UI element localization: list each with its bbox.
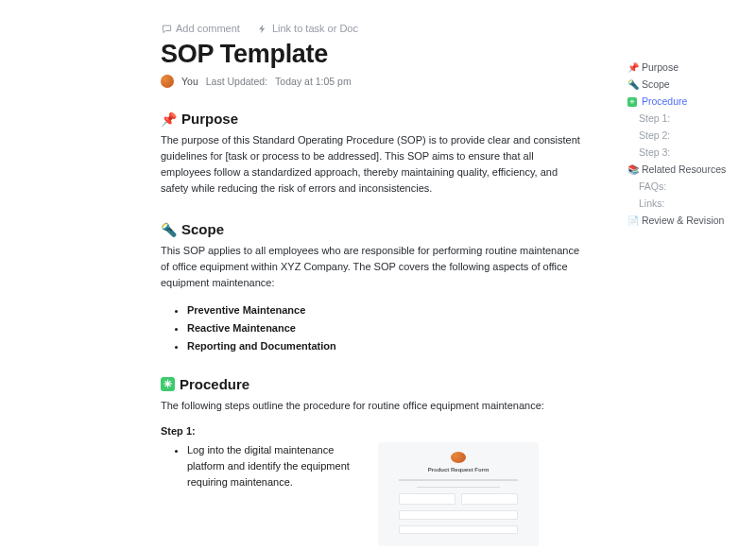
list-item: Reactive Maintenance: [187, 322, 586, 334]
outline-label: Review & Revision: [642, 215, 725, 226]
outline-label: Step 1:: [639, 112, 670, 124]
outline-item-links[interactable]: Links:: [624, 195, 737, 212]
pushpin-icon: 📌: [161, 112, 177, 127]
section-purpose: 📌 Purpose The purpose of this Standard O…: [161, 111, 586, 197]
form-line: [417, 487, 500, 489]
form-field: [399, 525, 518, 535]
outline-item-step2[interactable]: Step 2:: [624, 127, 737, 144]
procedure-heading: ✳ Procedure: [161, 376, 586, 392]
outline-label: Scope: [642, 78, 670, 90]
form-line: [399, 479, 518, 481]
scope-list: Preventive Maintenance Reactive Maintena…: [161, 304, 586, 352]
link-doc-button[interactable]: Link to task or Doc: [257, 23, 358, 34]
outline-label: Links:: [639, 198, 664, 209]
link-doc-label: Link to task or Doc: [272, 23, 358, 34]
doc-topbar: Add comment Link to task or Doc: [161, 23, 586, 34]
step1-bullet: Log into the digital maintenance platfor…: [187, 442, 350, 490]
outline-item-scope[interactable]: 🔦 Scope: [624, 76, 737, 93]
form-field: [461, 493, 518, 505]
form-thumbnail[interactable]: Product Request Form: [378, 442, 539, 546]
flashlight-icon: 🔦: [161, 222, 177, 237]
add-comment-button[interactable]: Add comment: [161, 23, 240, 34]
outline-item-review[interactable]: 📄 Review & Revision: [624, 212, 737, 229]
updated-label: Last Updated:: [206, 76, 267, 87]
flashlight-icon: 🔦: [627, 79, 639, 90]
procedure-icon: ✳: [627, 97, 637, 107]
outline-panel: 📌 Purpose 🔦 Scope ✳ Procedure Step 1: St…: [624, 59, 737, 229]
form-title: Product Request Form: [428, 467, 490, 473]
section-scope: 🔦 Scope This SOP applies to all employee…: [161, 221, 586, 352]
scope-body: This SOP applies to all employees who ar…: [161, 243, 586, 291]
add-comment-label: Add comment: [176, 23, 240, 34]
avatar: [161, 75, 174, 88]
step1-label: Step 1:: [161, 425, 586, 437]
step1-text: Log into the digital maintenance platfor…: [161, 442, 350, 490]
procedure-intro: The following steps outline the procedur…: [161, 398, 586, 414]
document-icon: 📄: [627, 215, 639, 226]
updated-value: Today at 1:05 pm: [275, 76, 352, 87]
purpose-body: The purpose of this Standard Operating P…: [161, 132, 586, 197]
outline-item-step1[interactable]: Step 1:: [624, 110, 737, 127]
form-field: [399, 510, 518, 520]
outline-label: Purpose: [642, 61, 679, 73]
doc-meta: You Last Updated: Today at 1:05 pm: [161, 75, 586, 88]
list-item: Reporting and Documentation: [187, 340, 586, 352]
outline-label: Step 3:: [639, 146, 670, 158]
outline-label: Step 2:: [639, 129, 670, 141]
lightning-icon: [257, 23, 268, 34]
comment-icon: [161, 23, 172, 34]
author-name: You: [181, 76, 198, 87]
page-title: SOP Template: [161, 40, 586, 69]
procedure-heading-text: Procedure: [180, 376, 249, 392]
outline-label: Related Resources: [642, 163, 726, 175]
scope-heading-text: Scope: [181, 221, 224, 237]
outline-label: FAQs:: [639, 180, 666, 192]
books-icon: 📚: [627, 164, 639, 175]
list-item: Preventive Maintenance: [187, 304, 586, 316]
outline-item-step3[interactable]: Step 3:: [624, 144, 737, 161]
purpose-heading: 📌 Purpose: [161, 111, 586, 127]
outline-label: Procedure: [642, 95, 687, 107]
section-procedure: ✳ Procedure The following steps outline …: [161, 376, 586, 546]
outline-item-faqs[interactable]: FAQs:: [624, 178, 737, 195]
pushpin-icon: 📌: [627, 62, 639, 73]
step1-row: Log into the digital maintenance platfor…: [161, 442, 586, 546]
outline-item-procedure[interactable]: ✳ Procedure: [624, 93, 737, 110]
document-main: Add comment Link to task or Doc SOP Temp…: [161, 23, 586, 550]
scope-heading: 🔦 Scope: [161, 221, 586, 237]
outline-item-purpose[interactable]: 📌 Purpose: [624, 59, 737, 76]
purpose-heading-text: Purpose: [181, 111, 238, 127]
procedure-icon: ✳: [161, 377, 175, 391]
outline-item-resources[interactable]: 📚 Related Resources: [624, 161, 737, 178]
form-field: [399, 493, 455, 505]
form-avatar-icon: [451, 452, 466, 463]
